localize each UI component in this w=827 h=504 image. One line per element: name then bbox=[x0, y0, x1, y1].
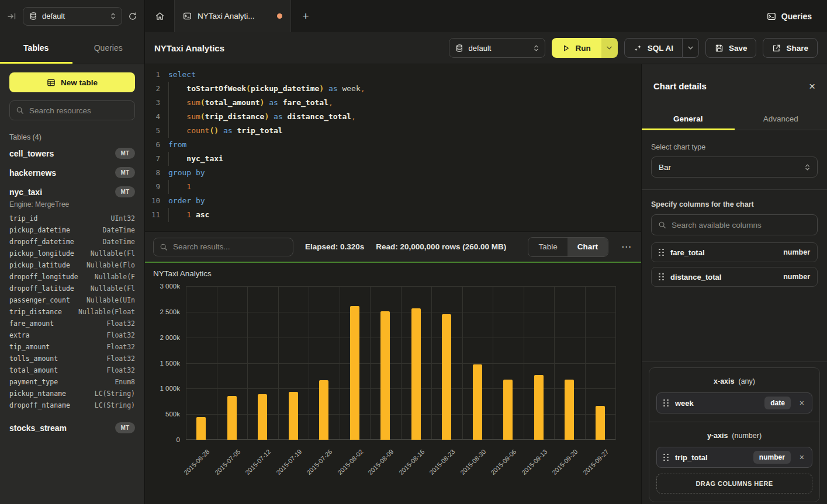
close-icon[interactable]: × bbox=[809, 81, 815, 92]
column-type: Float32 bbox=[107, 318, 135, 329]
code-token: trip_total bbox=[237, 126, 282, 135]
bar-2015-09-13[interactable] bbox=[534, 375, 544, 440]
bar-2015-07-19[interactable] bbox=[289, 392, 298, 440]
refresh-icon[interactable] bbox=[128, 12, 137, 21]
code-token: order by bbox=[168, 196, 205, 205]
terminal-icon bbox=[767, 12, 776, 21]
code-token bbox=[168, 126, 186, 135]
bar-2015-08-23[interactable] bbox=[442, 314, 451, 440]
y-axis-section: y-axis(number) trip_total number × DRAG … bbox=[649, 422, 819, 502]
bar-2015-08-02[interactable] bbox=[350, 306, 359, 440]
sql-ai-options-button[interactable] bbox=[683, 38, 699, 58]
column-name: trip_distance bbox=[9, 306, 62, 318]
queries-button[interactable]: Queries bbox=[752, 0, 827, 32]
share-button[interactable]: Share bbox=[763, 38, 818, 58]
column-search-input[interactable]: Search available columns bbox=[651, 214, 818, 235]
toggle-chart-label: Chart bbox=[577, 242, 598, 251]
column-name: dropoff_datetime bbox=[9, 236, 74, 248]
tab-advanced[interactable]: Advanced bbox=[735, 108, 827, 130]
sidebar-tab-tables[interactable]: Tables bbox=[0, 32, 72, 64]
toggle-table-view[interactable]: Table bbox=[528, 238, 567, 256]
sparkles-icon bbox=[634, 44, 642, 53]
sql-editor[interactable]: 1select2 toStartOfWeek(pickup_datetime) … bbox=[145, 64, 641, 231]
code-line: 9 1 bbox=[145, 180, 641, 194]
search-results-input[interactable]: Search results... bbox=[153, 238, 293, 256]
bar-2015-07-26[interactable] bbox=[319, 380, 328, 440]
database-icon bbox=[455, 44, 463, 53]
bar-2015-09-20[interactable] bbox=[565, 380, 574, 440]
column-name: extra bbox=[9, 329, 30, 341]
table-column-row: tolls_amountFloat32 bbox=[9, 353, 135, 364]
drag-handle-icon[interactable] bbox=[663, 399, 669, 407]
code-token bbox=[283, 112, 288, 121]
field-name: week bbox=[675, 399, 694, 408]
drop-zone[interactable]: DRAG COLUMNS HERE bbox=[656, 474, 812, 493]
code-token bbox=[278, 98, 283, 107]
drag-handle-icon[interactable] bbox=[659, 273, 664, 281]
run-button[interactable]: Run bbox=[552, 38, 601, 58]
sidebar-table-hackernews[interactable]: hackernewsMT bbox=[9, 163, 135, 182]
bar-2015-08-30[interactable] bbox=[473, 364, 482, 440]
y-axis-tick-label: 1 500k bbox=[160, 360, 180, 367]
code-token: group by bbox=[168, 168, 205, 177]
new-table-button[interactable]: New table bbox=[9, 72, 135, 92]
column-type: Nullable(Fl bbox=[91, 283, 135, 294]
tab-general[interactable]: General bbox=[642, 108, 735, 130]
query-database-selector[interactable]: default bbox=[449, 38, 545, 58]
sidebar-table-cell_towers[interactable]: cell_towersMT bbox=[9, 144, 135, 163]
bar-2015-07-05[interactable] bbox=[227, 396, 237, 440]
save-button[interactable]: Save bbox=[705, 38, 757, 58]
code-token bbox=[168, 84, 186, 93]
toggle-chart-view[interactable]: Chart bbox=[568, 238, 608, 256]
sql-ai-label: SQL AI bbox=[648, 44, 673, 53]
code-text: nyc_taxi bbox=[168, 152, 223, 166]
engine-badge: MT bbox=[115, 422, 135, 433]
column-name: dropoff_longitude bbox=[9, 271, 78, 283]
drag-handle-icon[interactable] bbox=[663, 454, 669, 461]
sidebar-database-selector[interactable]: default bbox=[23, 7, 122, 26]
table-icon bbox=[47, 78, 56, 87]
bar-2015-07-12[interactable] bbox=[258, 394, 267, 440]
bar-2015-09-27[interactable] bbox=[596, 406, 605, 440]
available-column-fare-total[interactable]: fare_total number bbox=[651, 242, 818, 262]
more-options-button[interactable]: ⋯ bbox=[620, 241, 633, 253]
table-column-row: dropoff_datetimeDateTime bbox=[9, 236, 135, 248]
y-axis-field-trip-total[interactable]: trip_total number × bbox=[656, 447, 812, 468]
document-header: NYTaxi Analytics default Run bbox=[145, 32, 827, 64]
run-options-button[interactable] bbox=[601, 38, 618, 58]
bar-2015-06-28[interactable] bbox=[196, 417, 206, 440]
x-axis-field-week[interactable]: week date × bbox=[656, 392, 812, 413]
sidebar-table-stocks_stream[interactable]: stocks_streamMT bbox=[9, 418, 135, 437]
chart-type-select[interactable]: Bar bbox=[651, 157, 818, 178]
available-column-distance-total[interactable]: distance_total number bbox=[651, 267, 818, 287]
code-text: sum(trip_distance) as distance_total, bbox=[168, 110, 356, 124]
code-token: from bbox=[168, 140, 186, 149]
sidebar-search-input[interactable]: Search resources bbox=[9, 100, 135, 120]
gridline-horizontal bbox=[186, 388, 615, 389]
y-axis-tick-label: 500k bbox=[165, 411, 180, 418]
code-text: from bbox=[168, 138, 186, 152]
save-button-label: Save bbox=[729, 44, 748, 53]
bar-2015-08-16[interactable] bbox=[411, 308, 421, 440]
bar-2015-09-06[interactable] bbox=[503, 380, 513, 440]
sidebar-tab-queries[interactable]: Queries bbox=[72, 32, 145, 64]
remove-field-icon[interactable]: × bbox=[800, 398, 804, 408]
column-name: dropoff_ntaname bbox=[9, 399, 70, 411]
remove-field-icon[interactable]: × bbox=[800, 453, 804, 462]
sql-ai-button[interactable]: SQL AI bbox=[624, 38, 683, 58]
sidebar-table-nyc_taxi[interactable]: nyc_taxiMT bbox=[9, 182, 135, 201]
table-column-row: trip_idUInt32 bbox=[9, 213, 135, 224]
code-text: select bbox=[168, 68, 196, 82]
tab-nytaxi-analytics[interactable]: NYTaxi Analyti... bbox=[174, 0, 291, 32]
tab-general-label: General bbox=[673, 114, 703, 123]
home-button[interactable] bbox=[145, 0, 174, 32]
bar-2015-08-09[interactable] bbox=[380, 311, 390, 440]
new-tab-button[interactable]: + bbox=[291, 0, 320, 32]
column-type: Nullable(Float bbox=[78, 306, 135, 318]
collapse-sidebar-icon[interactable] bbox=[7, 12, 17, 21]
gridline-horizontal bbox=[186, 338, 615, 338]
drag-handle-icon[interactable] bbox=[659, 249, 664, 256]
chart-details-title: Chart details bbox=[653, 81, 707, 91]
code-token: ( bbox=[200, 98, 205, 107]
y-axis-hint: (number) bbox=[732, 432, 762, 440]
